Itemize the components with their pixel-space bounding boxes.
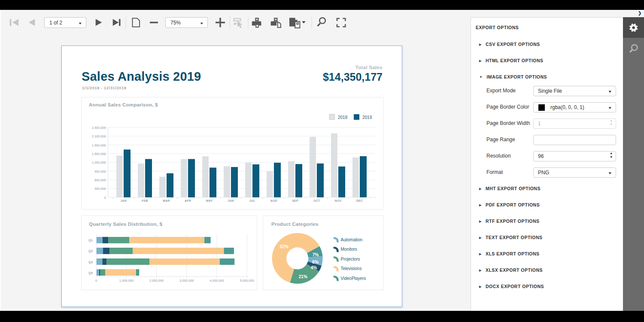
svg-text:Monitors: Monitors: [341, 247, 357, 252]
svg-text:2018: 2018: [338, 115, 348, 120]
svg-text:1,900,000: 1,900,000: [92, 143, 106, 147]
svg-text:Q4: Q4: [88, 271, 93, 275]
svg-text:900,000: 900,000: [94, 170, 106, 173]
svg-text:Q1: Q1: [88, 239, 93, 242]
svg-text:MAY: MAY: [206, 199, 213, 202]
svg-text:2,000,000: 2,000,000: [149, 279, 164, 283]
svg-text:2,400,000: 2,400,000: [92, 126, 106, 130]
svg-text:600,000: 600,000: [94, 178, 106, 182]
svg-text:300,000: 300,000: [94, 187, 106, 191]
svg-text:4%: 4%: [311, 265, 317, 270]
svg-text:62%: 62%: [280, 244, 289, 249]
svg-text:7%: 7%: [313, 252, 319, 257]
svg-text:3,000,000: 3,000,000: [179, 279, 194, 283]
svg-text:21%: 21%: [299, 274, 307, 279]
svg-text:JUL: JUL: [249, 199, 255, 202]
svg-text:Q2: Q2: [88, 249, 93, 253]
svg-text:6%: 6%: [312, 260, 319, 264]
svg-text:1,200,000: 1,200,000: [92, 161, 106, 164]
svg-text:1,500,000: 1,500,000: [92, 152, 106, 156]
svg-text:JUN: JUN: [228, 199, 234, 202]
svg-text:AUG: AUG: [270, 199, 277, 202]
svg-text:1,000,000: 1,000,000: [119, 279, 134, 283]
svg-text:NOV: NOV: [335, 199, 342, 202]
svg-text:FEB: FEB: [142, 199, 148, 202]
svg-text:2,100,000: 2,100,000: [92, 134, 106, 138]
svg-text:SEP: SEP: [292, 199, 298, 202]
svg-text:Projectors: Projectors: [341, 257, 360, 261]
svg-text:4,000,000: 4,000,000: [210, 279, 224, 283]
svg-text:OCT: OCT: [313, 199, 320, 202]
svg-text:APR: APR: [185, 199, 191, 202]
svg-text:Automation: Automation: [341, 237, 363, 242]
svg-text:MAR: MAR: [163, 199, 170, 202]
svg-text:Q3: Q3: [88, 261, 93, 264]
svg-text:DEC: DEC: [356, 199, 363, 202]
svg-text:JAN: JAN: [120, 199, 127, 202]
svg-text:VideoPlayers: VideoPlayers: [341, 276, 366, 281]
svg-text:2019: 2019: [362, 115, 372, 120]
svg-text:0: 0: [104, 196, 106, 200]
svg-text:5,000,000: 5,000,000: [240, 279, 254, 283]
svg-text:Televisions: Televisions: [341, 266, 362, 271]
svg-text:0: 0: [95, 279, 97, 283]
